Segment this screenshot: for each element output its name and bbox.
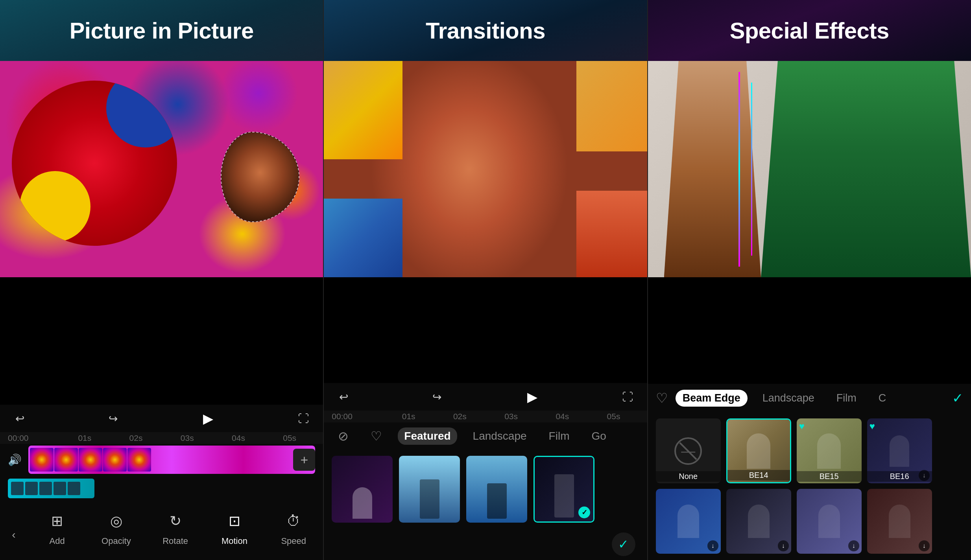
tab-landscape[interactable]: Landscape: [467, 427, 533, 445]
effect-be14-label: BE14: [727, 470, 790, 481]
pip-title: Picture in Picture: [70, 17, 254, 44]
effect-none-label: None: [656, 471, 721, 482]
tab-more[interactable]: C: [871, 390, 893, 407]
be16-heart: ♥: [869, 421, 875, 432]
transitions-ruler: 00:00 01s 02s 03s 04s 05s: [324, 411, 647, 422]
tab-beam-edge[interactable]: Beam Edge: [676, 390, 748, 407]
effect-none[interactable]: — None: [656, 418, 721, 483]
toolbar-opacity[interactable]: ◎ Opacity: [100, 509, 132, 546]
glitch-line-2: [751, 83, 752, 256]
sub-frame: [11, 482, 24, 495]
tab-featured[interactable]: Featured: [398, 427, 457, 445]
motion-label: Motion: [222, 536, 247, 546]
be15-heart: ♥: [799, 421, 805, 432]
rotate-label: Rotate: [162, 536, 188, 546]
pip-panel: Picture in Picture ↩ ↪ ▶ ⛶ 00:00 01s 02s…: [0, 0, 323, 560]
tab-film[interactable]: Film: [829, 390, 864, 407]
track-frame: [103, 448, 127, 472]
effect-be16[interactable]: ♥ ↓ BE16: [867, 418, 932, 483]
transitions-redo[interactable]: ↪: [429, 389, 445, 405]
effects-row-1: — None BE14 ♥ BE15: [656, 418, 963, 483]
pip-background: [0, 61, 323, 277]
tab-landscape[interactable]: Landscape: [755, 390, 821, 407]
pip-toolbar: ‹ ⊞ Add ◎ Opacity ↻ Rotate ⊡ Motion: [0, 503, 323, 560]
effects-image-area: [648, 61, 971, 384]
speed-icon: ⏱: [282, 509, 305, 533]
thumb-4[interactable]: ✓: [533, 456, 594, 523]
tick-2: 02s: [434, 412, 486, 421]
trans-left-top: [324, 61, 402, 159]
play-button[interactable]: ▶: [198, 409, 218, 428]
motion-icon: ⊡: [223, 509, 246, 533]
toolbar-speed[interactable]: ⏱ Speed: [278, 509, 309, 546]
thumb-2[interactable]: [399, 456, 460, 523]
effects-check-icon[interactable]: ✓: [952, 390, 963, 406]
effects-row-2: ↓ ↓ ↓ ↓: [656, 489, 963, 554]
sub-frame: [54, 482, 66, 495]
transitions-check-row: ✓: [324, 529, 647, 560]
fullscreen-button[interactable]: ⛶: [295, 411, 311, 426]
toolbar-items: ⊞ Add ◎ Opacity ↻ Rotate ⊡ Motion ⏱ Sp: [28, 509, 323, 546]
tick-1: 01s: [59, 433, 110, 443]
effect-row2-3[interactable]: ↓: [797, 489, 862, 554]
opacity-icon: ◎: [104, 509, 128, 533]
track-frame: [30, 448, 54, 472]
track-row: 🔊 +: [8, 444, 315, 475]
add-icon: ⊞: [45, 509, 69, 533]
back-button[interactable]: ‹: [0, 509, 28, 560]
track-frame: [127, 448, 151, 472]
effects-header: Special Effects: [648, 0, 971, 61]
transitions-preview: [324, 61, 647, 277]
transitions-play[interactable]: ▶: [522, 387, 542, 407]
track-strip[interactable]: [28, 446, 315, 474]
transitions-title: Transitions: [426, 17, 545, 44]
add-label: Add: [50, 536, 65, 546]
transitions-image-area: [324, 61, 647, 383]
row2-3-download: ↓: [848, 540, 859, 551]
effects-grid: — None BE14 ♥ BE15: [648, 412, 971, 560]
effect-row2-2[interactable]: ↓: [726, 489, 791, 554]
confirm-button[interactable]: ✓: [612, 532, 635, 556]
volume-icon[interactable]: 🔊: [8, 453, 24, 466]
trans-right-bottom: [576, 191, 647, 277]
pip-header: Picture in Picture: [0, 0, 323, 61]
sub-track-row: [0, 479, 323, 503]
tab-film[interactable]: Film: [543, 427, 576, 445]
tick-4: 04s: [537, 412, 588, 421]
effect-row2-1[interactable]: ↓: [656, 489, 721, 554]
filter-none-icon[interactable]: ⊘: [332, 426, 355, 446]
add-clip-button[interactable]: +: [293, 449, 315, 471]
effect-be14[interactable]: BE14: [726, 418, 791, 483]
glitch-line-1: [738, 72, 740, 267]
thumb-3[interactable]: [466, 456, 527, 523]
trans-left-bottom: [324, 199, 402, 277]
sub-track[interactable]: [8, 479, 94, 498]
undo-button[interactable]: ↩: [12, 411, 28, 426]
tick-4: 04s: [213, 433, 264, 443]
tick-5: 05s: [588, 412, 639, 421]
toolbar-rotate[interactable]: ↻ Rotate: [160, 509, 191, 546]
toolbar-add[interactable]: ⊞ Add: [41, 509, 73, 546]
trans-right-top: [576, 61, 647, 151]
effect-be15[interactable]: ♥ BE15: [797, 418, 862, 483]
tab-go[interactable]: Go: [585, 427, 612, 445]
toolbar-motion[interactable]: ⊡ Motion: [219, 509, 250, 546]
sub-frame: [39, 482, 52, 495]
transitions-controls: ↩ ↪ ▶ ⛶ 00:00 01s 02s 03s 04s 05s ⊘ ♡ Fe…: [324, 383, 647, 560]
thumb-1[interactable]: [332, 456, 393, 523]
tick-0: 00:00: [332, 412, 383, 421]
tick-1: 01s: [383, 412, 434, 421]
transitions-fullscreen[interactable]: ⛶: [620, 389, 635, 405]
row2-4-download: ↓: [919, 540, 930, 551]
filter-heart[interactable]: ♡: [364, 426, 388, 446]
track-frames: [28, 446, 153, 473]
effects-heart-icon[interactable]: ♡: [656, 390, 668, 406]
effect-row2-4[interactable]: ↓: [867, 489, 932, 554]
pip-image-area: [0, 61, 323, 405]
transitions-thumbnails: ✓: [324, 450, 647, 529]
track-frame: [79, 448, 102, 472]
transitions-header: Transitions: [324, 0, 647, 61]
opacity-label: Opacity: [102, 536, 131, 546]
transitions-undo[interactable]: ↩: [336, 389, 351, 405]
redo-button[interactable]: ↪: [105, 411, 121, 426]
